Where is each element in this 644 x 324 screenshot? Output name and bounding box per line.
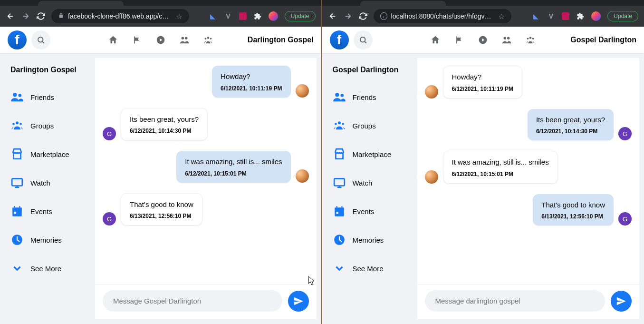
send-button[interactable]: [611, 291, 632, 312]
groups-icon[interactable]: [203, 35, 213, 45]
play-icon[interactable]: [478, 35, 488, 45]
fb-logo[interactable]: f: [330, 30, 349, 49]
svg-point-20: [507, 37, 510, 39]
ext-icon[interactable]: ◣: [209, 12, 217, 20]
svg-point-7: [13, 93, 17, 97]
sidebar-item-friends[interactable]: Friends: [4, 83, 91, 111]
sidebar-item-label: Marketplace: [353, 150, 392, 158]
message-row: G Its been great, yours? 6/12/2021, 10:1…: [103, 108, 309, 141]
home-icon[interactable]: [108, 35, 118, 45]
star-icon[interactable]: ☆: [176, 12, 183, 21]
sidebar-item-events[interactable]: Events: [4, 197, 91, 226]
fb-logo[interactable]: f: [8, 30, 27, 49]
groups-icon[interactable]: [525, 35, 536, 45]
star-icon[interactable]: ☆: [498, 12, 505, 21]
extension-icons: ◣ V Update: [209, 11, 316, 21]
sidebar-item-label: Groups: [30, 122, 54, 130]
back-button[interactable]: [328, 11, 337, 21]
composer: [95, 284, 317, 319]
forward-button[interactable]: [21, 11, 30, 21]
message-input[interactable]: [103, 290, 282, 312]
people-icon[interactable]: [179, 35, 190, 45]
sidebar-item-seemore[interactable]: See More: [4, 254, 91, 283]
back-button[interactable]: [6, 11, 15, 21]
sidebar-title: Gospel Darlington: [326, 63, 413, 83]
profile-avatar[interactable]: [269, 11, 278, 21]
sidebar-item-label: Memories: [353, 236, 384, 244]
svg-point-22: [527, 38, 529, 39]
message-input[interactable]: [425, 290, 606, 312]
sidebar-item-events[interactable]: Events: [326, 197, 413, 226]
header-username[interactable]: Gospel Darlington: [570, 36, 636, 44]
sidebar-item-marketplace[interactable]: Marketplace: [4, 140, 91, 168]
play-icon[interactable]: [155, 35, 166, 45]
message-bubble: That's good to know 6/13/2021, 12:56:10 …: [121, 193, 202, 226]
svg-point-0: [38, 37, 43, 42]
chat-scroll[interactable]: Howday? 6/12/2021, 10:11:19 PM G Its bee…: [95, 58, 317, 284]
ext-icon[interactable]: V: [547, 12, 555, 20]
sidebar-item-watch[interactable]: Watch: [4, 168, 91, 197]
svg-point-24: [335, 93, 339, 97]
sidebar-item-seemore[interactable]: See More: [326, 254, 413, 283]
svg-point-21: [529, 37, 532, 39]
message-row: G That's good to know 6/13/2021, 12:56:1…: [103, 193, 309, 226]
sidebar-item-memories[interactable]: Memories: [326, 226, 413, 254]
flag-icon[interactable]: [454, 35, 464, 45]
avatar: [296, 84, 309, 98]
search-button[interactable]: [31, 30, 50, 49]
ext-icon[interactable]: [562, 12, 569, 20]
chat-scroll[interactable]: Howday? 6/12/2021, 10:11:19 PM Its been …: [417, 58, 640, 284]
message-text: That's good to know: [541, 200, 605, 211]
avatar: [425, 85, 438, 98]
friends-icon: [10, 90, 24, 104]
svg-rect-12: [12, 178, 22, 186]
sidebar-item-watch[interactable]: Watch: [326, 168, 413, 197]
home-icon[interactable]: [430, 35, 441, 45]
send-button[interactable]: [288, 291, 309, 312]
ext-icon[interactable]: ◣: [531, 12, 540, 20]
memories-icon: [10, 233, 24, 246]
url-bar[interactable]: i localhost:8080/chats/user/hfogvk6w... …: [374, 9, 511, 23]
events-icon: [333, 205, 346, 218]
sidebar-item-friends[interactable]: Friends: [326, 83, 413, 111]
update-button[interactable]: Update: [607, 11, 638, 21]
sidebar-item-groups[interactable]: Groups: [4, 111, 91, 140]
svg-rect-31: [335, 207, 344, 210]
sidebar-item-marketplace[interactable]: Marketplace: [326, 140, 413, 168]
sidebar-item-groups[interactable]: Groups: [326, 111, 413, 140]
reload-button[interactable]: [36, 11, 46, 21]
sidebar-item-label: Groups: [353, 122, 376, 130]
app-header: f Gospel Darlington: [322, 27, 644, 53]
message-bubble: Howday? 6/12/2021, 10:11:19 PM: [212, 66, 290, 98]
avatar: G: [103, 212, 116, 226]
svg-point-28: [342, 123, 344, 125]
svg-point-19: [504, 37, 507, 39]
svg-point-17: [360, 37, 365, 42]
ext-icon[interactable]: V: [224, 12, 232, 20]
profile-avatar[interactable]: [591, 11, 601, 21]
puzzle-icon[interactable]: [253, 12, 262, 20]
ext-icon[interactable]: [239, 12, 247, 20]
svg-point-23: [532, 38, 534, 39]
header-username[interactable]: Darlington Gospel: [248, 36, 314, 44]
svg-rect-29: [334, 178, 345, 186]
browser-tab[interactable]: [38, 1, 124, 6]
message-row: It was amazing, still is... smiles 6/12/…: [425, 151, 632, 184]
reload-button[interactable]: [358, 11, 368, 21]
url-text: localhost:8080/chats/user/hfogvk6w...: [391, 12, 494, 20]
browser-tab[interactable]: [360, 1, 446, 6]
sidebar-item-memories[interactable]: Memories: [4, 226, 91, 254]
forward-button[interactable]: [343, 11, 353, 21]
search-button[interactable]: [354, 30, 373, 49]
flag-icon[interactable]: [132, 35, 142, 45]
url-bar[interactable]: facebook-clone-dff86.web.app/chats... ☆: [51, 9, 189, 23]
svg-point-27: [335, 123, 337, 125]
sidebar: Gospel Darlington Friends Groups Marketp…: [322, 53, 417, 324]
sidebar-title: Darlington Gospel: [4, 63, 91, 83]
seemore-icon: [333, 262, 346, 275]
puzzle-icon[interactable]: [576, 12, 585, 20]
update-button[interactable]: Update: [285, 11, 316, 21]
tab-strip: [0, 0, 321, 6]
message-bubble: It was amazing, still is... smiles 6/12/…: [443, 151, 558, 184]
people-icon[interactable]: [501, 35, 512, 45]
